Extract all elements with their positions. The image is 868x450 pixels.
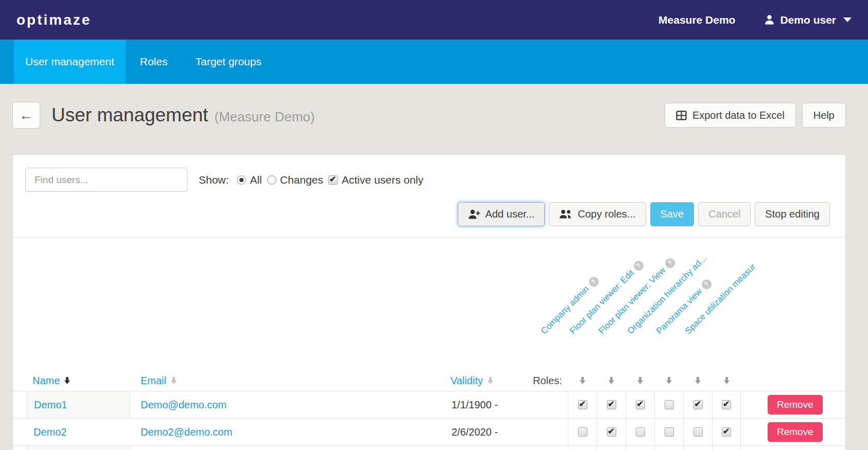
radio-show-changes[interactable]: Changes (267, 174, 323, 186)
page-header-row: ← User management (Measure Demo) Export … (12, 102, 846, 129)
show-filter-group: Show: All Changes Active users only (199, 174, 424, 186)
role-cell (568, 391, 597, 418)
role-sort-icon[interactable] (654, 377, 683, 384)
role-cell (683, 419, 712, 445)
role-cell (712, 391, 741, 418)
user-email-link[interactable]: Demo@demo.com (141, 399, 227, 410)
radio-icon[interactable] (237, 175, 246, 185)
sort-icon (488, 377, 493, 384)
back-arrow-icon: ← (20, 107, 33, 123)
export-to-excel-button[interactable]: Export data to Excel (665, 103, 796, 128)
validity-cell: 2/6/2020 - (440, 426, 533, 438)
user-management-panel: Show: All Changes Active users only (12, 154, 846, 450)
role-checkbox[interactable] (636, 400, 645, 409)
tab-roles[interactable]: Roles (127, 40, 181, 84)
roles-label: Roles: (533, 375, 568, 387)
validity-header-label: Validity (450, 375, 483, 387)
role-cell (626, 419, 654, 445)
table-row: Demo2 Demo2@demo.com 2/6/2020 - Remove (13, 418, 845, 445)
copy-roles-button[interactable]: Copy roles... (549, 202, 646, 226)
user-icon (764, 14, 775, 25)
user-email-cell: Demo@demo.com (130, 399, 440, 411)
email-header-label: Email (141, 375, 166, 387)
role-checkbox[interactable] (722, 400, 731, 409)
radio-show-all[interactable]: All (237, 174, 262, 186)
checkbox-active-users-only[interactable]: Active users only (328, 174, 424, 186)
active-users-label: Active users only (342, 174, 424, 186)
sort-icon (171, 377, 177, 384)
search-input[interactable] (25, 168, 187, 192)
cancel-button[interactable]: Cancel (698, 202, 751, 226)
user-menu[interactable]: Demo user (764, 14, 852, 26)
copy-roles-label: Copy roles... (578, 208, 635, 220)
export-label: Export data to Excel (692, 110, 785, 121)
tab-target-groups[interactable]: Target groups (182, 40, 274, 84)
table-row: Demo1 Demo@demo.com 1/1/1900 - Remove (13, 391, 845, 418)
role-sort-icon[interactable] (683, 377, 712, 384)
user-name-link[interactable]: Demo1 (34, 399, 67, 411)
role-checkbox[interactable] (607, 427, 616, 437)
role-sort-icon[interactable] (597, 377, 626, 384)
remove-cell: Remove (741, 422, 845, 442)
stop-editing-button[interactable]: Stop editing (755, 202, 830, 226)
tab-user-management[interactable]: User management (14, 40, 126, 84)
help-icon[interactable]: ? (663, 256, 677, 270)
role-column-headers: Company admin ? Floor plan viewer: Edit … (13, 238, 845, 370)
people-icon (559, 209, 572, 219)
user-name: Demo user (780, 14, 836, 26)
action-button-row: Add user... Copy roles... Save Cancel St… (13, 202, 845, 226)
role-checkbox[interactable] (607, 400, 616, 409)
column-header-name[interactable]: Name (26, 375, 130, 387)
show-label: Show: (199, 174, 229, 186)
add-user-button[interactable]: Add user... (458, 202, 545, 226)
table-icon (676, 111, 687, 120)
title-actions: Export data to Excel Help (665, 103, 846, 128)
role-sort-icon[interactable] (626, 377, 654, 384)
checkbox-icon[interactable] (328, 175, 338, 185)
page-subtitle: (Measure Demo) (214, 109, 315, 125)
page-title-text: User management (51, 104, 208, 126)
role-cell (712, 419, 741, 445)
column-header-validity[interactable]: Validity (440, 375, 533, 387)
role-checkbox[interactable] (665, 427, 674, 437)
user-name-cell: Demo1 (26, 391, 130, 418)
role-checkbox[interactable] (693, 427, 703, 437)
roles-label-text: Roles: (533, 375, 562, 387)
user-name-link[interactable]: Demo2 (33, 426, 66, 438)
role-checkbox[interactable] (578, 400, 587, 409)
role-cell (654, 419, 683, 445)
environment-name: Measure Demo (658, 14, 735, 26)
role-sort-icon[interactable] (568, 377, 597, 384)
user-name-cell: Demo2 (26, 419, 130, 445)
user-email-link[interactable]: Demo2@demo.com (141, 426, 232, 438)
role-checkbox[interactable] (665, 400, 674, 409)
radio-all-label: All (250, 174, 262, 186)
page-title: User management (Measure Demo) (51, 104, 315, 126)
help-icon[interactable]: ? (587, 275, 601, 289)
role-cell (683, 391, 712, 418)
top-header: optimaze Measure Demo Demo user (0, 0, 868, 40)
role-checkbox[interactable] (578, 427, 587, 437)
help-icon[interactable]: ? (700, 277, 714, 291)
help-icon[interactable]: ? (632, 259, 646, 273)
table-row-partial (13, 445, 845, 450)
role-checkbox[interactable] (636, 427, 645, 437)
role-cell (597, 391, 626, 418)
remove-cell: Remove (741, 395, 845, 415)
help-button[interactable]: Help (802, 103, 846, 128)
remove-user-button[interactable]: Remove (768, 422, 823, 442)
back-button[interactable]: ← (12, 102, 40, 129)
radio-icon[interactable] (267, 175, 276, 185)
add-user-label: Add user... (485, 208, 535, 220)
role-checkbox[interactable] (693, 400, 703, 409)
column-header-email[interactable]: Email (130, 375, 440, 387)
sort-desc-icon (64, 377, 70, 384)
table-header-row: Name Email Validity Roles: (13, 370, 845, 391)
remove-user-button[interactable]: Remove (768, 395, 823, 415)
role-cell (568, 419, 597, 445)
header-right: Measure Demo Demo user (658, 14, 852, 26)
radio-changes-label: Changes (280, 174, 323, 186)
save-button[interactable]: Save (650, 202, 695, 226)
role-checkbox[interactable] (722, 427, 731, 437)
role-sort-icon[interactable] (712, 377, 741, 384)
